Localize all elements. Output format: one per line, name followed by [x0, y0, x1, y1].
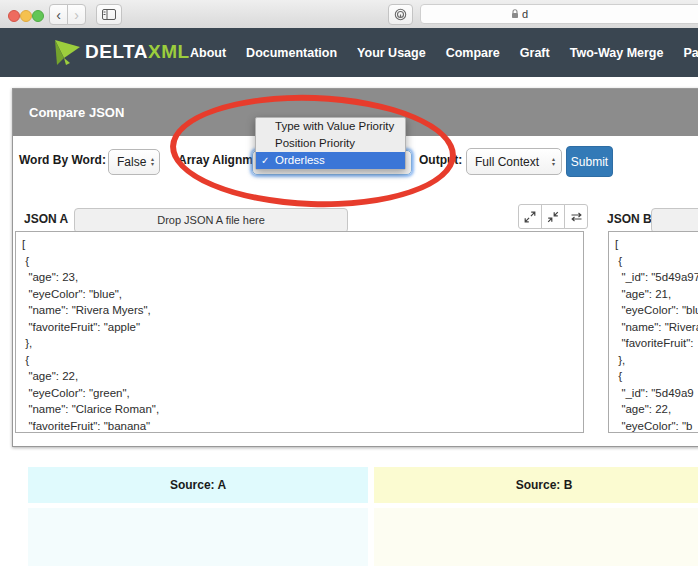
stepper-icon: ▴▾ [151, 157, 154, 167]
source-a-header: Source: A [28, 467, 368, 503]
close-window-button[interactable] [8, 10, 20, 22]
browser-toolbar: ‹ › d [0, 0, 698, 29]
json-b-textarea[interactable]: [ { "_id": "5d49a97 "age": 21, "eyeColor… [608, 231, 698, 433]
nav-item-about[interactable]: About [190, 46, 226, 60]
swap-icon[interactable] [564, 204, 588, 229]
collapse-icon[interactable] [541, 204, 565, 229]
url-text: d [522, 8, 528, 20]
deltaxml-logo[interactable]: DELTAXML [54, 38, 190, 66]
nav-item-your-usage[interactable]: Your Usage [357, 46, 426, 60]
lock-icon [511, 9, 519, 19]
minimize-window-button[interactable] [20, 10, 32, 22]
zoom-window-button[interactable] [32, 10, 44, 22]
nav-item-patch[interactable]: Patch [683, 46, 698, 60]
word-by-word-label: Word By Word: [19, 153, 106, 167]
json-a-textarea[interactable]: [ { "age": 23, "eyeColor": "blue", "name… [15, 231, 584, 433]
nav-item-compare[interactable]: Compare [446, 46, 500, 60]
expand-icon[interactable] [518, 204, 542, 229]
sidebar-icon [102, 9, 116, 20]
source-a-content [28, 508, 368, 566]
page-title: Compare JSON [29, 105, 124, 120]
browser-window: ‹ › d [0, 0, 698, 566]
nav-item-graft[interactable]: Graft [520, 46, 550, 60]
nav-item-two-way-merge[interactable]: Two-Way Merge [570, 46, 664, 60]
sidebar-toggle-button[interactable] [96, 4, 122, 25]
submit-button[interactable]: Submit [566, 146, 613, 177]
back-button[interactable]: ‹ [49, 4, 68, 25]
word-by-word-select[interactable]: False ▴▾ [108, 149, 160, 175]
nav-menu: About Documentation Your Usage Compare G… [190, 28, 698, 77]
extension-icon[interactable] [388, 4, 413, 25]
json-b-dropzone[interactable] [651, 208, 698, 233]
source-b-header: Source: B [374, 467, 698, 503]
json-a-dropzone[interactable]: Drop JSON A file here [74, 208, 348, 233]
site-navbar: DELTAXML About Documentation Your Usage … [0, 28, 698, 77]
brand-text-xml: XML [148, 41, 190, 62]
nav-item-documentation[interactable]: Documentation [246, 46, 337, 60]
textarea-toolbar [518, 204, 588, 229]
output-value: Full Context [475, 155, 539, 169]
source-b-content [374, 508, 698, 566]
address-bar[interactable]: d [420, 4, 698, 24]
stepper-icon: ▴▾ [552, 157, 555, 167]
concentric-circles-icon [394, 8, 407, 21]
forward-button[interactable]: › [67, 4, 86, 25]
json-a-label: JSON A [24, 212, 68, 226]
json-b-label: JSON B [607, 212, 652, 226]
brand-text-delta: DELTA [85, 41, 148, 62]
word-by-word-value: False [117, 155, 146, 169]
logo-triangle-icon [54, 38, 81, 66]
output-select[interactable]: Full Context ▴▾ [466, 148, 562, 175]
